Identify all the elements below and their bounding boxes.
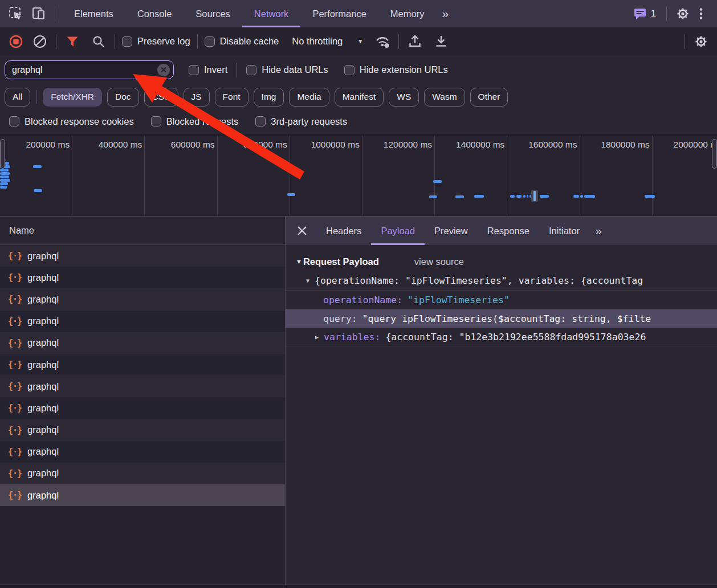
disable-cache-checkbox-group[interactable]: Disable cache bbox=[205, 36, 279, 47]
request-row[interactable]: {·}graphql bbox=[0, 288, 285, 310]
payload-row-operationname[interactable]: operationName: "ipFlowTimeseries" bbox=[286, 290, 717, 309]
more-details-tabs-button[interactable]: » bbox=[589, 224, 606, 238]
tab-headers[interactable]: Headers bbox=[316, 217, 371, 245]
request-row[interactable]: {·}graphql bbox=[0, 311, 285, 332]
export-har-button[interactable] bbox=[432, 32, 450, 51]
blocked-requests-checkbox[interactable] bbox=[151, 116, 161, 126]
inspect-element-button[interactable] bbox=[7, 5, 25, 23]
pill-fetch-xhr[interactable]: Fetch/XHR bbox=[43, 88, 102, 107]
xhr-braces-icon: {·} bbox=[8, 381, 22, 391]
tab-network[interactable]: Network bbox=[242, 0, 301, 27]
preserve-log-checkbox-group[interactable]: Preserve log bbox=[122, 36, 190, 47]
invert-checkbox-group[interactable]: Invert bbox=[189, 64, 227, 75]
import-har-button[interactable] bbox=[406, 32, 424, 51]
clear-filter-button[interactable]: ✕ bbox=[157, 64, 170, 76]
request-row-selected[interactable]: {·}graphql bbox=[0, 484, 285, 506]
payload-row-variables[interactable]: ▶ variables: {accountTag: "b12e3b2192ee5… bbox=[286, 328, 717, 346]
tab-performance[interactable]: Performance bbox=[300, 0, 378, 27]
request-name: graphql bbox=[27, 446, 59, 457]
blocked-response-cookies-group[interactable]: Blocked response cookies bbox=[9, 116, 134, 127]
pill-doc[interactable]: Doc bbox=[107, 88, 139, 107]
network-conditions-button[interactable] bbox=[373, 32, 392, 51]
expand-triangle-icon[interactable]: ▶ bbox=[315, 334, 319, 340]
pill-font[interactable]: Font bbox=[215, 88, 248, 107]
tab-memory[interactable]: Memory bbox=[378, 0, 437, 27]
name-column-header[interactable]: Name bbox=[0, 217, 285, 245]
pill-manifest[interactable]: Manifest bbox=[335, 88, 384, 107]
pill-img[interactable]: Img bbox=[254, 88, 284, 107]
request-row[interactable]: {·}graphql bbox=[0, 354, 285, 375]
hide-data-urls-group[interactable]: Hide data URLs bbox=[246, 64, 328, 75]
filter-toggle-button[interactable] bbox=[63, 32, 82, 51]
xhr-braces-icon: {·} bbox=[8, 447, 22, 457]
collapse-triangle-icon[interactable]: ▼ bbox=[306, 277, 309, 284]
tab-elements[interactable]: Elements bbox=[62, 0, 125, 27]
pill-ws[interactable]: WS bbox=[389, 88, 419, 107]
request-name: graphql bbox=[27, 424, 59, 435]
hide-extension-urls-checkbox[interactable] bbox=[344, 65, 355, 75]
hide-extension-urls-group[interactable]: Hide extension URLs bbox=[344, 64, 448, 75]
record-button[interactable] bbox=[7, 32, 25, 51]
preserve-log-checkbox[interactable] bbox=[122, 36, 132, 47]
collapse-triangle-icon[interactable]: ▼ bbox=[296, 258, 302, 265]
close-details-button[interactable] bbox=[292, 221, 312, 240]
payload-section-title: Request Payload bbox=[303, 256, 379, 267]
waterfall-bar bbox=[573, 195, 579, 198]
pill-all[interactable]: All bbox=[5, 88, 30, 107]
network-settings-button[interactable] bbox=[692, 32, 710, 51]
disable-cache-checkbox[interactable] bbox=[205, 36, 215, 47]
xhr-braces-icon: {·} bbox=[8, 251, 22, 261]
throttling-select[interactable]: No throttling ▼ bbox=[287, 36, 363, 47]
clear-button[interactable] bbox=[31, 32, 49, 51]
third-party-requests-group[interactable]: 3rd-party requests bbox=[255, 116, 347, 127]
main-menu-button[interactable] bbox=[692, 5, 710, 23]
toolbar-divider bbox=[666, 6, 667, 21]
search-button[interactable] bbox=[89, 32, 108, 51]
tab-response[interactable]: Response bbox=[478, 217, 539, 245]
selected-request-marker bbox=[531, 190, 538, 202]
timeline-tick: 400000 ms bbox=[72, 136, 145, 216]
xhr-braces-icon: {·} bbox=[8, 403, 22, 413]
pill-css[interactable]: CSS bbox=[144, 88, 178, 107]
settings-button[interactable] bbox=[674, 5, 692, 23]
waterfall-bar bbox=[287, 193, 295, 196]
tab-payload[interactable]: Payload bbox=[371, 217, 425, 245]
tab-console[interactable]: Console bbox=[125, 0, 184, 27]
timeline-tick: 800000 ms bbox=[218, 136, 290, 216]
request-row[interactable]: {·}graphql bbox=[0, 332, 285, 354]
filter-input[interactable] bbox=[5, 60, 174, 79]
issues-bubble-icon bbox=[633, 7, 647, 21]
blocked-requests-group[interactable]: Blocked requests bbox=[151, 116, 239, 127]
timeline-right-grip[interactable] bbox=[712, 139, 717, 169]
timeline-left-grip[interactable] bbox=[0, 139, 5, 169]
request-row[interactable]: {·}graphql bbox=[0, 463, 285, 484]
issues-button[interactable]: 1 bbox=[633, 7, 656, 21]
blocked-response-cookies-checkbox[interactable] bbox=[9, 116, 19, 126]
xhr-braces-icon: {·} bbox=[8, 338, 22, 348]
request-row[interactable]: {·}graphql bbox=[0, 267, 285, 288]
request-row[interactable]: {·}graphql bbox=[0, 419, 285, 441]
tab-preview[interactable]: Preview bbox=[425, 217, 478, 245]
network-overview-timeline[interactable]: 200000 ms 400000 ms 600000 ms 800000 ms … bbox=[0, 134, 717, 217]
toolbar-divider bbox=[237, 63, 237, 77]
third-party-requests-checkbox[interactable] bbox=[255, 116, 266, 126]
pill-wasm[interactable]: Wasm bbox=[424, 88, 465, 107]
request-row[interactable]: {·}graphql bbox=[0, 245, 285, 267]
waterfall-bar bbox=[527, 195, 528, 198]
request-row[interactable]: {·}graphql bbox=[0, 397, 285, 419]
pill-media[interactable]: Media bbox=[289, 88, 329, 107]
payload-root-row[interactable]: ▼ {operationName: "ipFlowTimeseries", va… bbox=[286, 271, 717, 290]
close-icon bbox=[296, 225, 308, 236]
pill-other[interactable]: Other bbox=[470, 88, 508, 107]
invert-checkbox[interactable] bbox=[189, 65, 199, 75]
device-toolbar-button[interactable] bbox=[30, 5, 48, 23]
hide-data-urls-checkbox[interactable] bbox=[246, 65, 256, 75]
tab-sources[interactable]: Sources bbox=[184, 0, 242, 27]
more-tabs-button[interactable]: » bbox=[436, 7, 453, 21]
tab-initiator[interactable]: Initiator bbox=[539, 217, 589, 245]
view-source-toggle[interactable]: view source bbox=[414, 256, 464, 267]
request-row[interactable]: {·}graphql bbox=[0, 441, 285, 463]
pill-js[interactable]: JS bbox=[184, 88, 210, 107]
payload-row-query-highlighted[interactable]: query: "query ipFlowTimeseries($accountT… bbox=[286, 309, 717, 328]
request-row[interactable]: {·}graphql bbox=[0, 375, 285, 397]
